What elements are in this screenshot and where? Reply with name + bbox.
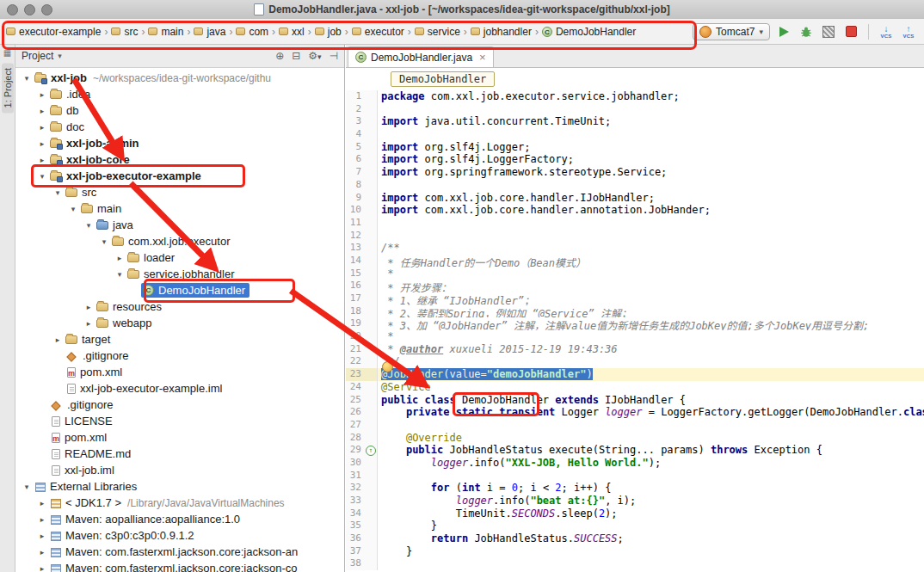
hide-panel-icon[interactable]: ⊣: [330, 50, 338, 62]
vcs-update-button[interactable]: ↓ VCS: [878, 23, 895, 40]
expand-arrow-icon[interactable]: ▸: [36, 107, 48, 115]
close-window-button[interactable]: [7, 4, 18, 15]
code-line[interactable]: 29↑ public JobHandleStatus execute(Strin…: [346, 444, 924, 457]
structure-breadcrumb-chip[interactable]: DemoJobHandler: [391, 71, 495, 87]
code-line[interactable]: 34 TimeUnit.SECONDS.sleep(2);: [346, 507, 924, 520]
code-line[interactable]: 18 * 2、装配到Spring，例如加 “@Service” 注解；: [346, 305, 924, 318]
code-line[interactable]: 4: [346, 128, 924, 141]
tree-item[interactable]: ▸target: [15, 331, 344, 348]
code-line[interactable]: 28 @Override: [346, 432, 924, 445]
expand-arrow-icon[interactable]: ▾: [98, 237, 110, 246]
breadcrumb-item[interactable]: DemoJobHandler: [539, 24, 638, 40]
tree-item[interactable]: ▸Maven: com.fasterxml.jackson.core:jacks…: [15, 560, 344, 572]
tree-item[interactable]: ▸Maven: aopalliance:aopalliance:1.0: [15, 511, 344, 527]
code-line[interactable]: 8: [346, 179, 924, 192]
editor-tab[interactable]: DemoJobHandler.java ×: [348, 46, 494, 67]
breadcrumb-item[interactable]: executor: [349, 24, 407, 40]
tree-item[interactable]: ▸xxl-job-core: [15, 151, 344, 168]
breadcrumb-item[interactable]: executor-example: [3, 24, 103, 40]
code-line[interactable]: 23@JobHander(value="demoJobHandler"): [346, 368, 924, 381]
breadcrumb-item[interactable]: xxl: [276, 24, 307, 40]
expand-arrow-icon[interactable]: ▸: [36, 515, 48, 524]
debug-button[interactable]: [798, 23, 815, 40]
tree-item[interactable]: .gitignore: [15, 348, 344, 364]
tree-item[interactable]: pom.xml: [15, 364, 344, 380]
tree-item[interactable]: ▾main: [15, 200, 344, 217]
code-line[interactable]: 25public class DemoJobHandler extends IJ…: [346, 394, 924, 407]
tree-item[interactable]: ▸Maven: com.fasterxml.jackson.core:jacks…: [15, 544, 344, 560]
tree-item[interactable]: ▸Maven: c3p0:c3p0:0.9.1.2: [15, 527, 344, 544]
expand-arrow-icon[interactable]: ▸: [36, 548, 48, 557]
tool-windows-icon[interactable]: ▦: [3, 48, 11, 58]
tree-item[interactable]: README.md: [15, 446, 344, 462]
code-line[interactable]: 12: [346, 230, 924, 243]
tree-item[interactable]: ▾xxl-job~/workspaces/idea-git-workspace/…: [15, 70, 344, 86]
tree-item[interactable]: ▾com.xxl.job.executor: [15, 233, 344, 249]
code-line[interactable]: 13/**: [346, 242, 924, 255]
tree-item[interactable]: ▾src: [15, 184, 344, 200]
tree-item[interactable]: .gitignore: [15, 397, 344, 413]
code-line[interactable]: 7import org.springframework.stereotype.S…: [346, 166, 924, 179]
expand-arrow-icon[interactable]: ▾: [52, 188, 64, 197]
tree-item[interactable]: DemoJobHandler: [15, 282, 344, 298]
breadcrumb-item[interactable]: service: [412, 24, 463, 40]
tree-item[interactable]: ▸xxl-job-admin: [15, 135, 344, 151]
breadcrumb-item[interactable]: java: [191, 24, 228, 40]
code-line[interactable]: 1package com.xxl.job.executor.service.jo…: [346, 90, 924, 103]
breadcrumb-item[interactable]: com: [233, 24, 271, 40]
code-line[interactable]: 38: [346, 557, 924, 570]
tree-item[interactable]: xxl-job-executor-example.iml: [15, 380, 344, 397]
expand-arrow-icon[interactable]: ▸: [83, 319, 95, 328]
locate-icon[interactable]: ⊕: [275, 50, 284, 62]
code-line[interactable]: 32 for (int i = 0; i < 2; i++) {: [346, 482, 924, 495]
tree-item[interactable]: ▸< JDK1.7 >/Library/Java/JavaVirtualMach…: [15, 495, 344, 511]
intention-bulb-icon[interactable]: [382, 361, 393, 372]
code-line[interactable]: 22 */: [346, 355, 924, 368]
code-line[interactable]: 9import com.xxl.job.core.handler.IJobHan…: [346, 192, 924, 205]
coverage-button[interactable]: [820, 23, 837, 40]
code-line[interactable]: 20 *: [346, 330, 924, 343]
code-line[interactable]: 6import org.slf4j.LoggerFactory;: [346, 153, 924, 166]
tree-item[interactable]: ▸loader: [15, 249, 344, 266]
code-line[interactable]: 3import java.util.concurrent.TimeUnit;: [346, 115, 924, 128]
code-line[interactable]: 16 * 开发步骤：: [346, 280, 924, 292]
run-configuration-select[interactable]: Tomcat7 ▾: [693, 23, 770, 40]
code-line[interactable]: 17 * 1、继承 “IJobHandler”；: [346, 292, 924, 305]
code-line[interactable]: 5import org.slf4j.Logger;: [346, 141, 924, 154]
tree-item[interactable]: ▸.idea: [15, 86, 344, 102]
expand-arrow-icon[interactable]: ▸: [52, 335, 64, 344]
expand-arrow-icon[interactable]: ▸: [36, 139, 48, 148]
code-line[interactable]: 10import com.xxl.job.core.handler.annota…: [346, 204, 924, 217]
code-line[interactable]: 37 }: [346, 545, 924, 558]
tree-item[interactable]: ▾xxl-job-executor-example: [15, 168, 344, 184]
expand-arrow-icon[interactable]: ▸: [36, 90, 48, 99]
expand-arrow-icon[interactable]: ▸: [36, 123, 48, 132]
tree-item[interactable]: pom.xml: [15, 429, 344, 446]
tree-item[interactable]: xxl-job.iml: [15, 462, 344, 478]
tree-item[interactable]: ▸webapp: [15, 315, 344, 331]
project-tool-button[interactable]: 1: Project: [2, 63, 14, 113]
collapse-all-icon[interactable]: ⊟: [292, 50, 300, 62]
expand-arrow-icon[interactable]: ▾: [83, 221, 95, 230]
override-gutter-icon[interactable]: ↑: [366, 446, 376, 456]
code-line[interactable]: 31: [346, 470, 924, 483]
code-line[interactable]: 30 logger.info("XXL-JOB, Hello World.");: [346, 457, 924, 470]
expand-arrow-icon[interactable]: ▾: [114, 270, 126, 279]
code-line[interactable]: 36 return JobHandleStatus.SUCCESS;: [346, 532, 924, 545]
run-button[interactable]: [775, 23, 792, 40]
expand-arrow-icon[interactable]: ▾: [21, 74, 33, 83]
code-line[interactable]: 19 * 3、加 “@JobHander” 注解，注解value值为新增任务生成…: [346, 317, 924, 330]
code-line[interactable]: 14 * 任务Handler的一个Demo（Bean模式）: [346, 255, 924, 268]
vcs-commit-button[interactable]: ↑ VCS: [900, 23, 917, 40]
code-line[interactable]: 11: [346, 217, 924, 230]
code-line[interactable]: 26 private static transient Logger logge…: [346, 406, 924, 419]
breadcrumb-item[interactable]: src: [108, 24, 140, 40]
expand-arrow-icon[interactable]: ▾: [36, 172, 48, 181]
expand-arrow-icon[interactable]: ▸: [36, 532, 48, 540]
expand-arrow-icon[interactable]: ▸: [114, 254, 126, 262]
breadcrumb-item[interactable]: jobhandler: [468, 24, 534, 40]
code-line[interactable]: 21 * @author xuxueli 2015-12-19 19:43:36: [346, 343, 924, 356]
expand-arrow-icon[interactable]: ▸: [36, 564, 48, 572]
code-line[interactable]: 15 *: [346, 268, 924, 280]
tree-item[interactable]: ▾service.jobhandler: [15, 266, 344, 282]
